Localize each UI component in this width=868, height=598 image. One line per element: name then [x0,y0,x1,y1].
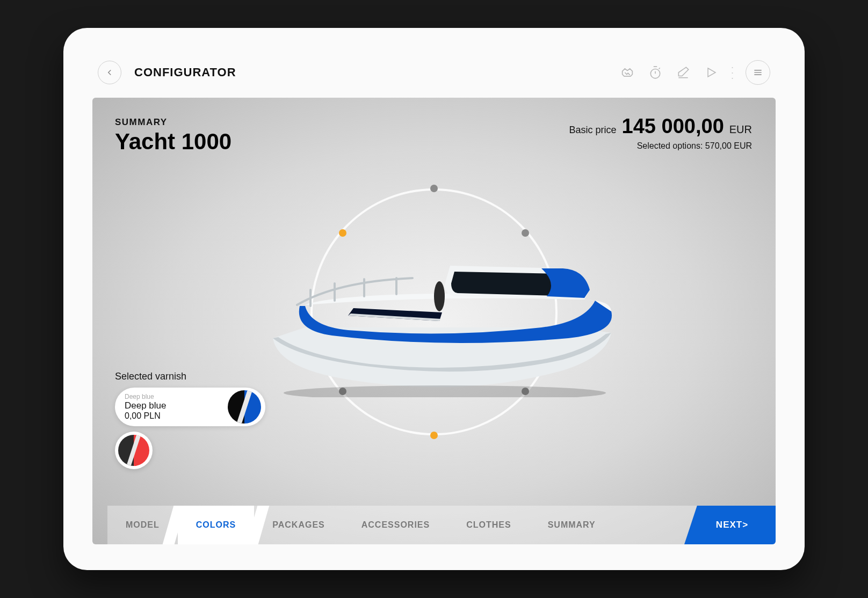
tab-colors[interactable]: COLORS [178,506,254,544]
basic-price-line: Basic price 145 000,00 EUR [569,115,752,138]
page-title: CONFIGURATOR [134,65,236,79]
basic-price-label: Basic price [569,125,617,136]
selected-varnish-swatch [228,390,261,424]
model-name: Yacht 1000 [115,129,232,155]
header-left: CONFIGURATOR [98,61,236,84]
menu-button[interactable] [746,60,770,85]
app-header: CONFIGURATOR ··· [92,54,776,91]
tab-packages[interactable]: PACKAGES [254,506,343,544]
ring-circle [310,188,558,435]
tab-clothes[interactable]: CLOTHES [448,506,529,544]
stopwatch-icon[interactable] [647,64,663,81]
ring-handle-top-right[interactable] [522,229,529,237]
arrow-left-icon [105,68,114,77]
handshake-icon[interactable] [619,64,635,81]
tab-accessories[interactable]: ACCESSORIES [343,506,448,544]
price-block: Basic price 145 000,00 EUR Selected opti… [569,115,752,151]
next-button[interactable]: NEXT> [684,506,776,544]
basic-price-value: 145 000,00 [622,115,724,138]
varnish-label: Selected varnish [115,371,265,382]
configurator-canvas: SUMMARY Yacht 1000 Basic price 145 000,0… [92,98,776,544]
step-tabs: MODEL COLORS PACKAGES ACCESSORIES CLOTHE… [107,506,776,544]
selected-varnish-small: Deep blue [125,393,228,400]
ring-handle-top-left[interactable] [339,229,346,237]
tab-summary[interactable]: SUMMARY [530,506,614,544]
selected-varnish-card[interactable]: Deep blue Deep blue 0,00 PLN [115,388,265,426]
ring-handle-top[interactable] [430,185,438,192]
divider-dots: ··· [731,65,734,80]
rotate-ring[interactable] [310,188,558,435]
ring-handle-bottom-right[interactable] [522,388,529,395]
hamburger-icon [753,67,763,78]
play-icon[interactable] [703,64,719,81]
alt-varnish-swatch[interactable] [115,432,153,469]
basic-price-currency: EUR [729,123,752,136]
varnish-block: Selected varnish Deep blue Deep blue 0,0… [115,371,265,469]
summary-block: SUMMARY Yacht 1000 [115,117,232,155]
back-button[interactable] [98,61,121,84]
selected-options-line: Selected options: 570,00 EUR [569,141,752,151]
ring-handle-bottom-left[interactable] [339,388,346,395]
tablet-frame: CONFIGURATOR ··· SUMMARY Yacht 1000 [63,28,805,570]
tab-spacer [614,506,684,544]
selected-varnish-text: Deep blue Deep blue 0,00 PLN [125,393,228,421]
selected-varnish-price: 0,00 PLN [125,411,228,421]
header-right: ··· [619,60,770,85]
eraser-icon[interactable] [675,64,691,81]
summary-label: SUMMARY [115,117,232,128]
ring-handle-bottom[interactable] [430,432,438,439]
selected-varnish-name: Deep blue [125,400,228,411]
